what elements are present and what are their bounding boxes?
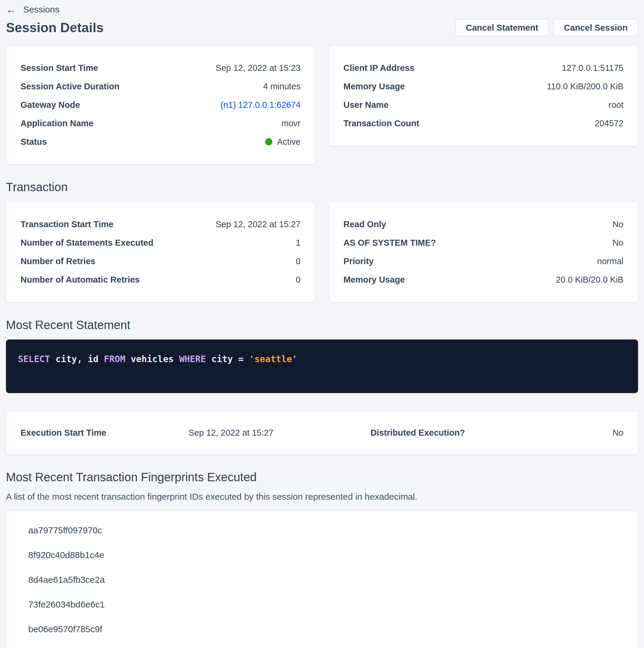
priority-row: Priority normal (343, 252, 624, 270)
application-name-row: Application Name movr (20, 114, 301, 132)
row-label: User Name (343, 100, 389, 110)
row-label: Client IP Address (343, 63, 415, 73)
row-value: Sep 12, 2022 at 15:27 (189, 428, 274, 438)
sql-text: vehicles (125, 354, 179, 364)
row-label: Memory Usage (343, 82, 405, 92)
row-value: 20.0 KiB/20.0 KiB (556, 275, 624, 285)
row-value: No (612, 428, 624, 438)
row-label: Memory Usage (343, 275, 405, 285)
as-of-system-time-row: AS OF SYSTEM TIME? No (343, 233, 624, 252)
fingerprint-item: 73fe26034bd6e6c1 (28, 598, 624, 611)
session-start-time-row: Session Start Time Sep 12, 2022 at 15:23 (20, 59, 301, 77)
status-value: Active (277, 137, 301, 147)
transaction-count-row: Transaction Count 204572 (343, 114, 624, 132)
row-value: 0 (296, 256, 301, 266)
row-value: No (612, 219, 624, 229)
fingerprint-item: aa79775ff097970c (28, 524, 624, 537)
row-value: 4 minutes (263, 82, 301, 92)
page-header: Session Details Cancel Statement Cancel … (6, 19, 638, 36)
row-value: normal (597, 256, 624, 266)
read-only-row: Read Only No (343, 215, 624, 233)
transaction-left-card: Transaction Start Time Sep 12, 2022 at 1… (6, 202, 315, 302)
fingerprints-section-description: A list of the most recent transaction fi… (6, 492, 638, 502)
sql-keyword: SELECT (18, 354, 50, 364)
user-name-row: User Name root (343, 96, 624, 114)
row-value: Sep 12, 2022 at 15:23 (216, 63, 301, 73)
row-label: Session Start Time (20, 63, 98, 73)
status-badge: Active (265, 137, 301, 147)
row-label: Status (20, 137, 47, 147)
transaction-right-card: Read Only No AS OF SYSTEM TIME? No Prior… (329, 202, 638, 302)
row-value: Sep 12, 2022 at 15:27 (216, 219, 301, 229)
sql-statement-box: SELECT city, id FROM vehicles WHERE city… (6, 339, 638, 393)
row-label: Number of Automatic Retries (20, 275, 139, 285)
client-ip-row: Client IP Address 127.0.0.1:51175 (343, 59, 624, 77)
row-label: Distributed Execution? (370, 428, 465, 438)
retries-row: Number of Retries 0 (20, 252, 301, 270)
fingerprint-list: aa79775ff097970c 8f920c40d88b1c4e 8d4ae6… (28, 524, 624, 648)
session-active-duration-row: Session Active Duration 4 minutes (20, 77, 301, 96)
page-title: Session Details (6, 20, 104, 35)
client-info-card: Client IP Address 127.0.0.1:51175 Memory… (329, 45, 638, 146)
transaction-grid: Transaction Start Time Sep 12, 2022 at 1… (6, 202, 638, 302)
row-label: AS OF SYSTEM TIME? (343, 238, 436, 248)
gateway-node-row: Gateway Node (n1) 127.0.0.1:62674 (20, 96, 301, 114)
transaction-start-time-row: Transaction Start Time Sep 12, 2022 at 1… (20, 215, 301, 233)
row-value: root (608, 100, 624, 110)
session-details-page: ← Sessions Session Details Cancel Statem… (0, 0, 644, 648)
sql-text: city, id (50, 354, 104, 364)
fingerprints-card: aa79775ff097970c 8f920c40d88b1c4e 8d4ae6… (6, 511, 638, 648)
memory-usage-row: Memory Usage 110.0 KiB/200.0 KiB (343, 77, 624, 96)
statement-section-title: Most Recent Statement (6, 318, 638, 332)
row-value: 127.0.0.1:51175 (562, 63, 624, 73)
sql-string: 'seattle' (249, 354, 298, 364)
arrow-left-icon: ← (6, 4, 17, 15)
row-label: Transaction Start Time (20, 219, 113, 229)
row-value: movr (282, 118, 301, 128)
sql-keyword: WHERE (179, 354, 206, 364)
row-label: Gateway Node (20, 100, 80, 110)
cancel-statement-button[interactable]: Cancel Statement (455, 19, 548, 36)
back-link-label: Sessions (23, 4, 60, 15)
fingerprint-item: 8d4ae61a5fb3ce2a (28, 573, 624, 586)
row-value: No (612, 238, 624, 248)
sql-keyword: FROM (104, 354, 125, 364)
row-label: Session Active Duration (20, 82, 120, 92)
row-value: 1 (296, 238, 301, 248)
row-label: Read Only (343, 219, 386, 229)
row-value: 0 (296, 275, 301, 285)
header-actions: Cancel Statement Cancel Session (455, 19, 638, 36)
fingerprints-section-title: Most Recent Transaction Fingerprints Exe… (6, 471, 638, 484)
automatic-retries-row: Number of Automatic Retries 0 (20, 270, 301, 289)
status-active-dot-icon (265, 138, 272, 145)
distributed-execution-pair: Distributed Execution? No (318, 428, 624, 438)
row-label: Number of Statements Executed (20, 238, 153, 248)
execution-start-time-pair: Execution Start Time Sep 12, 2022 at 15:… (20, 428, 318, 438)
row-value: 110.0 KiB/200.0 KiB (547, 82, 624, 92)
row-label: Execution Start Time (20, 428, 106, 438)
fingerprint-item: be06e9570f785c9f (28, 623, 624, 636)
status-row: Status Active (20, 132, 301, 151)
sql-text: city = (206, 354, 249, 364)
session-summary-grid: Session Start Time Sep 12, 2022 at 15:23… (6, 45, 638, 164)
execution-card: Execution Start Time Sep 12, 2022 at 15:… (6, 411, 638, 454)
row-label: Priority (343, 256, 374, 266)
row-value: 204572 (595, 118, 624, 128)
statements-executed-row: Number of Statements Executed 1 (20, 233, 301, 252)
gateway-node-link[interactable]: (n1) 127.0.0.1:62674 (221, 100, 301, 110)
cancel-session-button[interactable]: Cancel Session (553, 19, 638, 36)
transaction-section-title: Transaction (6, 180, 638, 194)
fingerprint-item: 8f920c40d88b1c4e (28, 548, 624, 562)
row-label: Application Name (20, 118, 94, 128)
back-to-sessions-link[interactable]: ← Sessions (6, 3, 60, 16)
row-label: Number of Retries (20, 256, 95, 266)
row-label: Transaction Count (343, 118, 419, 128)
transaction-memory-usage-row: Memory Usage 20.0 KiB/20.0 KiB (343, 270, 624, 289)
session-info-card: Session Start Time Sep 12, 2022 at 15:23… (6, 45, 315, 164)
